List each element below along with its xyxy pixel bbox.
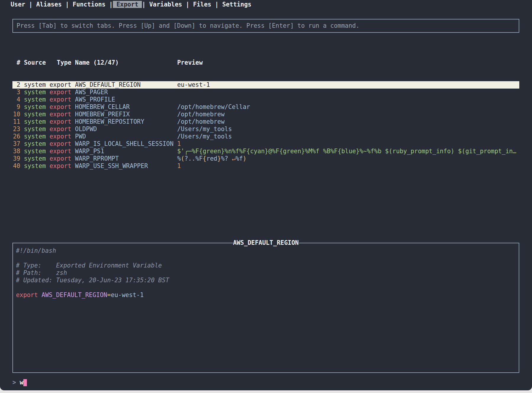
row-name: HOMEBREW_REPOSITORY: [75, 118, 173, 125]
preview-segment: red: [206, 155, 217, 162]
row-source: system: [24, 155, 46, 162]
row-type: export: [49, 155, 71, 162]
comment-text: #!/bin/bash: [16, 247, 56, 254]
row-source: system: [24, 125, 46, 133]
row-source: system: [24, 89, 46, 96]
detail-script: #!/bin/bash # Type: Exported Environment…: [13, 243, 519, 303]
help-text: Press [Tab] to switch tabs. Press [Up] a…: [17, 22, 359, 29]
tab-separator: |: [25, 1, 36, 8]
prompt-chevron: >: [12, 379, 16, 386]
help-box: Press [Tab] to switch tabs. Press [Up] a…: [12, 19, 519, 33]
script-comment-line: # Path: zsh: [16, 269, 516, 277]
row-name: WARP_RPROMPT: [75, 155, 173, 162]
row-type: export: [49, 89, 71, 96]
tab-user[interactable]: User: [11, 1, 25, 8]
row-number: 37: [13, 140, 20, 148]
comment-text: # Updated: Tuesday, 20-Jun-23 17:35:20 B…: [16, 277, 169, 284]
preview-segment: ↵: [232, 155, 236, 162]
preview-segment: $'╭─%F{green}%n%f%F{cyan}@%F{green}%M%f …: [177, 148, 516, 155]
table-row[interactable]: 9 system export HOMEBREW_CELLAR /opt/hom…: [12, 103, 519, 111]
preview-segment: /Users/my_tools: [177, 133, 232, 140]
comment-text: # Type: Exported Environment Variable: [16, 262, 162, 269]
row-type: export: [49, 81, 71, 89]
table-row[interactable]: 39 system export WARP_RPROMPT %(?..%F{re…: [12, 155, 519, 162]
table-row[interactable]: 4 system export AWS_PROFILE: [12, 96, 519, 103]
tab-variables[interactable]: Variables: [149, 1, 182, 8]
tab-settings[interactable]: Settings: [222, 1, 252, 8]
preview-segment: /opt/homebrew: [177, 118, 224, 125]
row-type: export: [49, 111, 71, 118]
row-number: 2: [13, 81, 20, 89]
col-header-preview: Preview: [177, 59, 202, 66]
table-row[interactable]: 23 system export OLDPWD /Users/my_tools: [12, 125, 519, 133]
row-type: export: [49, 125, 71, 133]
row-preview: /opt/homebrew: [177, 118, 224, 125]
code-segment: =: [107, 291, 111, 299]
command-prompt[interactable]: > w: [12, 379, 27, 386]
script-comment-line: #!/bin/bash: [16, 247, 516, 255]
col-header-source: Source: [24, 59, 46, 66]
tab-bar: User | Aliases | Functions |Export| Vari…: [11, 1, 252, 8]
row-number: 11: [13, 118, 20, 125]
tab-separator: |: [142, 1, 149, 8]
preview-segment: ): [243, 155, 246, 162]
row-type: export: [49, 96, 71, 103]
row-source: system: [24, 81, 46, 89]
code-segment: export: [16, 291, 38, 299]
tab-files[interactable]: Files: [193, 1, 211, 8]
row-number: 26: [13, 133, 20, 140]
table-header: # Source Type Name (12/47) Preview: [12, 59, 519, 66]
row-name: WARP_USE_SSH_WRAPPER: [75, 162, 173, 170]
row-preview: /Users/my_tools: [177, 133, 232, 140]
comment-text: # Path: zsh: [16, 269, 67, 276]
preview-segment: %: [177, 155, 181, 162]
detail-box: AWS_DEFAULT_REGION #!/bin/bash # Type: E…: [12, 243, 519, 373]
code-segment: eu-west-1: [111, 291, 144, 299]
row-number: 3: [13, 89, 20, 96]
row-type: export: [49, 118, 71, 125]
row-number: 9: [13, 103, 20, 111]
row-name: AWS_PAGER: [75, 89, 173, 96]
script-code-line: export AWS_DEFAULT_REGION=eu-west-1: [16, 291, 516, 299]
table-row[interactable]: 2 system export AWS_DEFAULT_REGION eu-we…: [12, 81, 519, 89]
row-type: export: [49, 140, 71, 148]
row-source: system: [24, 148, 46, 155]
row-preview: /opt/homebrew/Cellar: [177, 103, 250, 110]
row-number: 38: [13, 148, 20, 155]
preview-segment: {: [203, 155, 206, 162]
table-row[interactable]: 3 system export AWS_PAGER: [12, 89, 519, 96]
row-preview: eu-west-1: [177, 81, 210, 88]
row-source: system: [24, 111, 46, 118]
script-comment-line: # Updated: Tuesday, 20-Jun-23 17:35:20 B…: [16, 277, 516, 284]
preview-segment: 1: [177, 140, 181, 147]
tab-functions[interactable]: Functions: [73, 1, 106, 8]
table-row[interactable]: 40 system export WARP_USE_SSH_WRAPPER 1: [12, 162, 519, 170]
env-var-table: # Source Type Name (12/47) Preview 2 sys…: [12, 44, 519, 185]
col-header-type: Type: [49, 59, 71, 66]
tab-separator: |: [211, 1, 222, 8]
blank-line: [16, 255, 516, 262]
tab-separator: |: [62, 1, 73, 8]
row-preview: %(?..%F{red}%? ↵%f): [177, 155, 246, 162]
table-row[interactable]: 37 system export WARP_IS_LOCAL_SHELL_SES…: [12, 140, 519, 148]
preview-segment: eu-west-1: [177, 81, 210, 88]
preview-segment: (: [181, 155, 184, 162]
row-name: WARP_IS_LOCAL_SHELL_SESSION: [75, 140, 173, 148]
text-cursor: [23, 379, 27, 386]
row-name: PWD: [75, 133, 173, 140]
row-preview: 1: [177, 162, 181, 169]
table-row[interactable]: 38 system export WARP_PS1 $'╭─%F{green}%…: [12, 148, 519, 155]
row-number: 10: [13, 111, 20, 118]
row-source: system: [24, 162, 46, 170]
prompt-input[interactable]: w: [20, 379, 23, 386]
col-header-number: #: [13, 59, 20, 66]
table-row[interactable]: 10 system export HOMEBREW_PREFIX /opt/ho…: [12, 111, 519, 118]
preview-segment: /Users/my_tools: [177, 125, 232, 133]
table-row[interactable]: 11 system export HOMEBREW_REPOSITORY /op…: [12, 118, 519, 125]
table-row[interactable]: 26 system export PWD /Users/my_tools: [12, 133, 519, 140]
tab-export[interactable]: Export: [113, 1, 142, 8]
tab-separator: |: [182, 1, 193, 8]
tab-aliases[interactable]: Aliases: [36, 1, 61, 8]
col-header-name: Name (12/47): [75, 59, 173, 66]
row-name: AWS_PROFILE: [75, 96, 173, 103]
